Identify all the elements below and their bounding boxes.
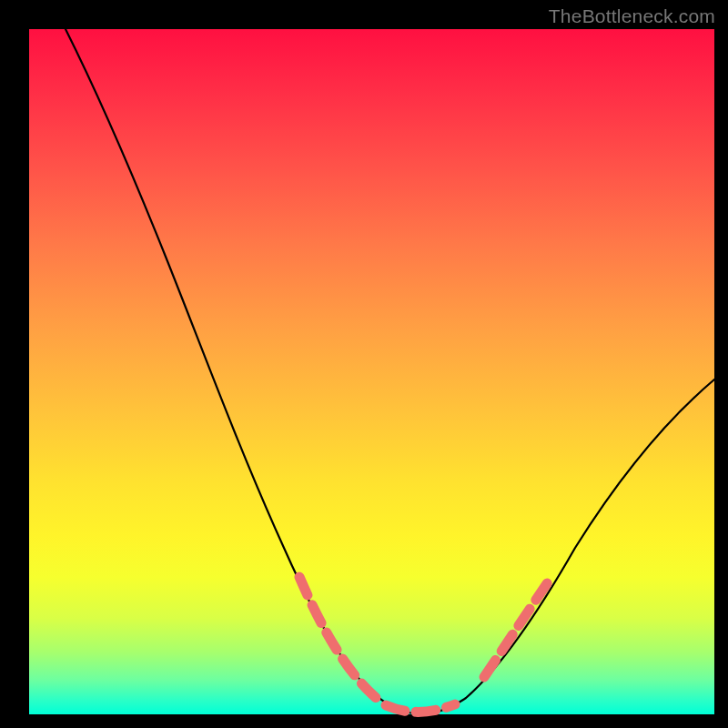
highlight-right-segment xyxy=(484,580,550,677)
highlight-left-segment xyxy=(299,577,384,704)
curve-svg xyxy=(29,29,714,714)
plot-area xyxy=(29,29,714,714)
highlight-bottom-segment xyxy=(386,704,455,712)
bottleneck-curve xyxy=(66,29,714,713)
watermark-text: TheBottleneck.com xyxy=(549,5,715,27)
chart-frame: TheBottleneck.com xyxy=(0,0,728,728)
